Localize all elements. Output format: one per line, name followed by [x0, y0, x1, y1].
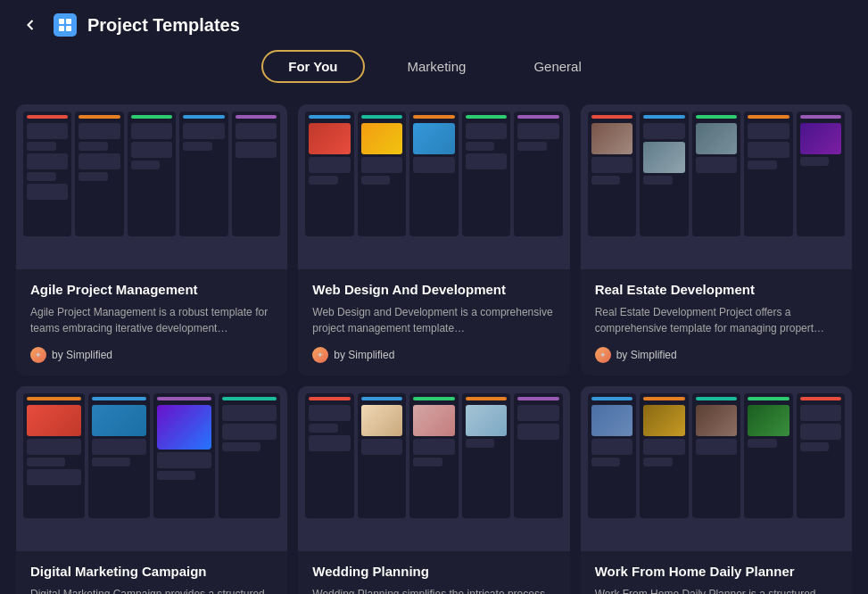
card-agile-desc: Agile Project Management is a robust tem… — [30, 304, 273, 336]
card-wfh-preview — [581, 386, 852, 551]
page-title: Project Templates — [87, 15, 240, 36]
card-wfh[interactable]: Work From Home Daily Planner Work From H… — [581, 386, 852, 594]
card-webdev-title: Web Design And Development — [312, 282, 555, 297]
card-wedding-body: Wedding Planning Wedding Planning simpli… — [298, 551, 569, 594]
header: Project Templates — [0, 0, 868, 50]
author-icon-2: ✦ — [312, 347, 328, 363]
tab-bar: For You Marketing General — [0, 50, 868, 99]
card-agile-author: ✦ by Simplified — [30, 347, 273, 363]
card-realestate-body: Real Estate Development Real Estate Deve… — [581, 269, 852, 375]
card-campaign-desc: Digital Marketing Campaign provides a st… — [30, 586, 273, 594]
tab-general[interactable]: General — [508, 50, 606, 83]
back-button[interactable] — [18, 12, 43, 37]
card-wedding-desc: Wedding Planning simplifies the intricat… — [312, 586, 555, 594]
card-campaign-title: Digital Marketing Campaign — [30, 564, 273, 579]
card-wfh-body: Work From Home Daily Planner Work From H… — [581, 551, 852, 594]
card-webdev-body: Web Design And Development Web Design an… — [298, 269, 569, 375]
card-wfh-desc: Work From Home Daily Planner is a struct… — [595, 586, 838, 594]
card-realestate-desc: Real Estate Development Project offers a… — [595, 304, 838, 336]
card-campaign-preview — [16, 386, 287, 551]
tab-for-you[interactable]: For You — [261, 50, 364, 83]
card-webdev-desc: Web Design and Development is a comprehe… — [312, 304, 555, 336]
svg-rect-2 — [59, 26, 64, 31]
header-icon — [54, 13, 77, 37]
card-agile-body: Agile Project Management Agile Project M… — [16, 269, 287, 375]
author-label: by Simplified — [52, 349, 112, 361]
card-webdev-author: ✦ by Simplified — [312, 347, 555, 363]
card-campaign-body: Digital Marketing Campaign Digital Marke… — [16, 551, 287, 594]
card-campaign[interactable]: Digital Marketing Campaign Digital Marke… — [16, 386, 287, 594]
card-wfh-title: Work From Home Daily Planner — [595, 564, 838, 579]
card-webdev[interactable]: Web Design And Development Web Design an… — [298, 104, 569, 375]
card-agile-preview — [16, 104, 287, 269]
author-icon-3: ✦ — [595, 347, 611, 363]
card-realestate-preview — [581, 104, 852, 269]
svg-rect-0 — [59, 19, 64, 24]
author-label-2: by Simplified — [334, 349, 394, 361]
svg-rect-3 — [66, 26, 71, 31]
templates-grid: Agile Project Management Agile Project M… — [0, 99, 868, 594]
card-wedding[interactable]: Wedding Planning Wedding Planning simpli… — [298, 386, 569, 594]
card-realestate[interactable]: Real Estate Development Real Estate Deve… — [581, 104, 852, 375]
card-realestate-author: ✦ by Simplified — [595, 347, 838, 363]
card-webdev-preview — [298, 104, 569, 269]
card-wedding-preview — [298, 386, 569, 551]
card-agile[interactable]: Agile Project Management Agile Project M… — [16, 104, 287, 375]
card-wedding-title: Wedding Planning — [312, 564, 555, 579]
card-realestate-title: Real Estate Development — [595, 282, 838, 297]
svg-rect-1 — [66, 19, 71, 24]
author-label-3: by Simplified — [616, 349, 677, 361]
tab-marketing[interactable]: Marketing — [383, 50, 492, 83]
author-icon: ✦ — [30, 347, 46, 363]
card-agile-title: Agile Project Management — [30, 282, 273, 297]
